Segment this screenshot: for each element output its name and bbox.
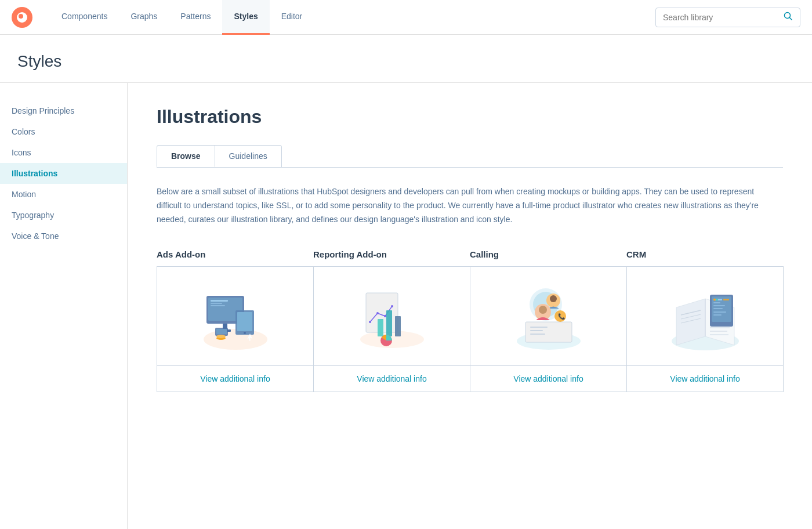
- reporting-image: [314, 267, 470, 365]
- sidebar-item-colors[interactable]: Colors: [0, 121, 127, 142]
- crm-card: View additional info: [626, 266, 784, 392]
- calling-section-title: Calling: [470, 249, 626, 259]
- tabs: Browse Guidelines: [157, 145, 783, 168]
- svg-point-22: [384, 315, 386, 317]
- svg-point-12: [244, 332, 246, 334]
- illustration-section-calling: Calling: [470, 249, 626, 392]
- top-nav: Components Graphs Patterns Styles Editor: [0, 0, 812, 35]
- svg-rect-25: [386, 310, 392, 336]
- illustrations-grid: Ads Add-on: [157, 249, 783, 392]
- description: Below are a small subset of illustration…: [157, 185, 766, 226]
- main-content: Illustrations Browse Guidelines Below ar…: [128, 83, 812, 529]
- illustration-section-crm: CRM: [626, 249, 783, 392]
- svg-rect-32: [530, 334, 545, 335]
- search-icon: [784, 12, 793, 23]
- svg-line-1: [790, 17, 792, 20]
- svg-point-55: [713, 299, 716, 301]
- svg-rect-26: [395, 316, 401, 336]
- svg-rect-49: [723, 299, 729, 300]
- page-title: Styles: [17, 52, 795, 71]
- calling-card: 📞 View additional info: [470, 266, 627, 392]
- nav-graphs[interactable]: Graphs: [119, 0, 169, 35]
- svg-rect-51: [713, 305, 725, 306]
- ads-image: [157, 267, 313, 365]
- svg-rect-6: [211, 303, 222, 304]
- nav-components[interactable]: Components: [50, 0, 119, 35]
- svg-rect-11: [237, 312, 252, 331]
- svg-rect-50: [713, 302, 720, 303]
- page-header: Styles: [0, 35, 812, 83]
- tab-browse[interactable]: Browse: [157, 145, 215, 167]
- calling-image: 📞: [470, 267, 626, 365]
- svg-rect-29: [525, 322, 572, 342]
- content-title: Illustrations: [157, 106, 783, 128]
- sidebar-item-design-principles[interactable]: Design Principles: [0, 100, 127, 121]
- svg-point-23: [391, 305, 393, 307]
- search-input[interactable]: [663, 13, 779, 22]
- svg-rect-14: [216, 329, 227, 334]
- sidebar-item-motion[interactable]: Motion: [0, 184, 127, 205]
- sidebar-item-icons[interactable]: Icons: [0, 142, 127, 163]
- svg-point-56: [716, 299, 718, 301]
- illustration-section-reporting: Reporting Add-on: [313, 249, 470, 392]
- sidebar-item-illustrations[interactable]: Illustrations: [0, 163, 127, 184]
- svg-rect-5: [211, 300, 228, 302]
- reporting-link[interactable]: View additional info: [314, 365, 470, 392]
- sidebar-item-typography[interactable]: Typography: [0, 205, 127, 226]
- crm-link[interactable]: View additional info: [627, 365, 783, 392]
- tab-guidelines[interactable]: Guidelines: [215, 145, 282, 167]
- main-layout: Design Principles Colors Icons Illustrat…: [0, 83, 812, 529]
- svg-rect-54: [713, 314, 722, 316]
- nav-editor[interactable]: Editor: [270, 0, 314, 35]
- calling-link[interactable]: View additional info: [470, 365, 626, 392]
- reporting-card: View additional info: [313, 266, 470, 392]
- svg-rect-53: [713, 311, 726, 313]
- crm-image: [627, 267, 783, 365]
- svg-rect-7: [211, 305, 225, 306]
- svg-rect-30: [530, 327, 548, 328]
- search-box: [655, 8, 800, 27]
- svg-point-36: [550, 295, 557, 302]
- ads-card: View additional info: [157, 266, 314, 392]
- nav-links: Components Graphs Patterns Styles Editor: [50, 0, 314, 35]
- sidebar: Design Principles Colors Icons Illustrat…: [0, 83, 128, 529]
- nav-styles[interactable]: Styles: [222, 0, 269, 35]
- svg-text:📞: 📞: [558, 313, 566, 320]
- svg-point-38: [539, 306, 547, 314]
- svg-rect-52: [713, 308, 723, 309]
- illustration-section-ads: Ads Add-on: [157, 249, 313, 392]
- ads-section-title: Ads Add-on: [157, 249, 313, 259]
- ads-link[interactable]: View additional info: [157, 365, 313, 392]
- svg-rect-24: [378, 319, 383, 336]
- crm-section-title: CRM: [626, 249, 783, 259]
- logo[interactable]: [12, 7, 32, 28]
- svg-rect-31: [530, 330, 543, 331]
- reporting-section-title: Reporting Add-on: [313, 249, 470, 259]
- svg-point-21: [376, 312, 379, 314]
- svg-point-20: [369, 321, 371, 323]
- svg-point-16: [216, 335, 226, 338]
- nav-patterns[interactable]: Patterns: [169, 0, 222, 35]
- sidebar-item-voice-tone[interactable]: Voice & Tone: [0, 226, 127, 247]
